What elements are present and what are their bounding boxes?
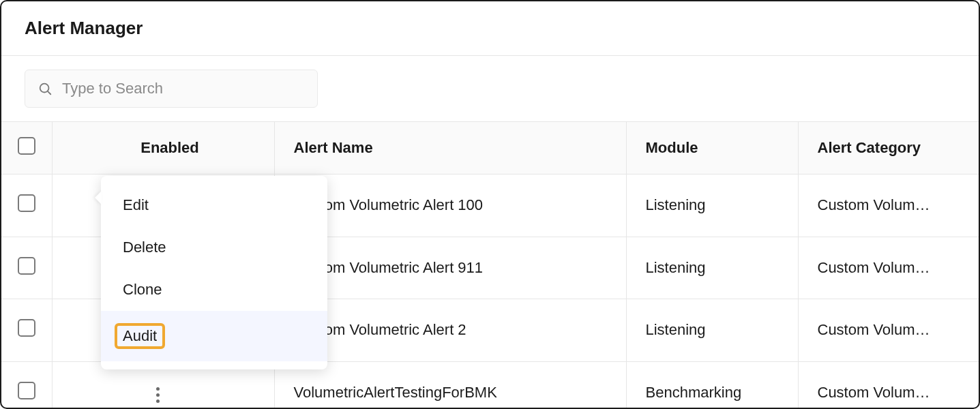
- cell-alert-category: Custom Volum…: [798, 299, 980, 362]
- row-checkbox[interactable]: [18, 257, 35, 275]
- cell-alert-category: Custom Volum…: [798, 237, 980, 299]
- menu-item-edit[interactable]: Edit: [101, 184, 327, 226]
- row-actions-menu: Edit Delete Clone Audit: [101, 176, 327, 369]
- search-icon: [38, 81, 53, 96]
- cell-alert-category: Custom Volum…: [798, 361, 980, 409]
- search-box[interactable]: [25, 70, 318, 108]
- search-section: [1, 56, 979, 121]
- search-input[interactable]: [62, 80, 305, 97]
- menu-item-clone[interactable]: Clone: [101, 269, 327, 311]
- col-header-checkbox: [1, 122, 52, 175]
- cell-alert-name[interactable]: VolumetricAlertTestingForBMK: [274, 361, 626, 409]
- table-header-row: Enabled Alert Name Module Alert Category: [1, 122, 980, 175]
- col-header-alert-name[interactable]: Alert Name: [274, 122, 626, 175]
- row-checkbox[interactable]: [18, 382, 35, 399]
- row-checkbox[interactable]: [18, 319, 35, 337]
- cell-module: Listening: [626, 237, 798, 299]
- cell-module: Benchmarking: [626, 361, 798, 409]
- row-actions-button[interactable]: [144, 381, 171, 408]
- select-all-checkbox[interactable]: [18, 137, 35, 155]
- col-header-alert-category[interactable]: Alert Category: [798, 122, 980, 175]
- page-title: Alert Manager: [25, 18, 955, 39]
- menu-item-delete[interactable]: Delete: [101, 226, 327, 269]
- highlight-annotation: Audit: [115, 323, 165, 349]
- kebab-icon: [156, 387, 160, 403]
- col-header-module[interactable]: Module: [626, 122, 798, 175]
- cell-module: Listening: [626, 175, 798, 237]
- cell-module: Listening: [626, 299, 798, 362]
- panel-header: Alert Manager: [1, 1, 979, 56]
- row-checkbox[interactable]: [18, 194, 35, 212]
- menu-item-audit[interactable]: Audit: [101, 311, 327, 361]
- svg-line-1: [48, 91, 50, 94]
- col-header-enabled[interactable]: Enabled: [52, 122, 274, 175]
- cell-alert-category: Custom Volum…: [798, 175, 980, 237]
